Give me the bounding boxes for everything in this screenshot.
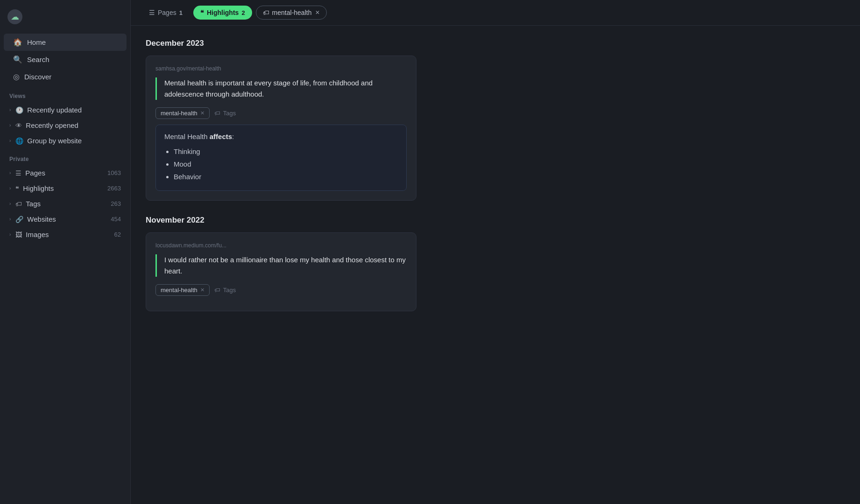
chevron-tags: › [9,201,11,206]
tag-chip-close-2[interactable]: ✕ [200,287,204,293]
add-tag-button-2[interactable]: 🏷 Tags [214,287,236,294]
note-list-1: Thinking Mood Behavior [164,145,398,183]
chevron-recently-updated: › [9,107,11,112]
tag-chip-label-1: mental-health [161,110,197,117]
pages-tab-count: 1 [179,9,183,16]
tag-chip-mental-health-1[interactable]: mental-health ✕ [155,107,210,119]
sidebar-item-group-by-website[interactable]: › 🌐 Group by website [0,133,130,148]
recently-updated-label: Recently updated [27,106,82,114]
pages-tab-label: Pages [158,9,176,16]
nav-discover[interactable]: ◎ Discover [4,68,127,85]
pages-icon: ☰ [15,169,21,177]
add-tag-button-1[interactable]: 🏷 Tags [214,110,236,117]
discover-icon: ◎ [13,72,20,81]
highlights-tab-label: Highlights [207,9,239,16]
websites-icon: 🔗 [15,216,23,223]
images-label: Images [26,231,49,238]
sidebar-item-tags[interactable]: › 🏷 Tags 263 [0,196,130,211]
chevron-group-by-website: › [9,138,11,143]
card-url-2: locusdawn.medium.com/fu... [155,242,407,249]
highlight-card-2: locusdawn.medium.com/fu... I would rathe… [146,232,416,311]
tab-pages[interactable]: ☰ Pages 1 [142,6,190,20]
highlights-tab-icon: ❝ [200,9,204,16]
add-tag-icon-1: 🏷 [214,110,220,117]
tags-count: 263 [111,200,121,207]
pages-tab-icon: ☰ [149,9,155,16]
chevron-images: › [9,232,11,237]
pages-label: Pages [25,169,45,177]
add-tag-label-1: Tags [223,110,236,117]
group-by-website-label: Group by website [27,137,82,145]
images-count: 62 [114,231,121,238]
sidebar-item-recently-updated[interactable]: › 🕐 Recently updated [0,102,130,118]
tags-label: Tags [26,200,41,208]
card-tags-2: mental-health ✕ 🏷 Tags [155,284,407,296]
card-url-1: samhsa.gov/mental-health [155,65,407,72]
nav-search[interactable]: 🔍 Search [4,51,127,68]
sidebar-item-highlights[interactable]: › ❝ Highlights 2663 [0,181,130,196]
highlight-quote-1: Mental health is important at every stag… [155,77,407,100]
app-logo: ☁ [7,9,22,24]
tags-icon: 🏷 [15,200,22,208]
tab-highlights[interactable]: ❝ Highlights 2 [193,6,252,20]
tag-chip-close-1[interactable]: ✕ [200,110,204,116]
sidebar-item-pages[interactable]: › ☰ Pages 1063 [0,165,130,181]
nav-discover-label: Discover [24,73,51,81]
recently-opened-icon: 👁 [15,122,22,129]
section-date-1: December 2023 [146,39,845,48]
card-tags-1: mental-health ✕ 🏷 Tags [155,107,407,119]
websites-count: 454 [111,216,121,223]
highlights-tab-count: 2 [241,9,245,16]
websites-label: Websites [27,215,56,223]
chevron-websites: › [9,217,11,222]
note-box-1: Mental Health affects: Thinking Mood Beh… [155,125,407,191]
tag-filter-icon: 🏷 [263,9,269,16]
add-tag-label-2: Tags [223,287,236,294]
chevron-pages: › [9,170,11,175]
add-tag-icon-2: 🏷 [214,287,220,294]
highlight-quote-2: I would rather not be a millionaire than… [155,254,407,277]
section-november-2022: November 2022 locusdawn.medium.com/fu...… [146,216,845,311]
nav-home-label: Home [27,38,46,46]
views-section-label: Views [0,85,130,102]
highlights-count: 2663 [107,185,121,192]
recently-opened-label: Recently opened [26,121,78,129]
search-icon: 🔍 [13,55,22,64]
highlights-content: December 2023 samhsa.gov/mental-health M… [131,26,860,504]
section-december-2023: December 2023 samhsa.gov/mental-health M… [146,39,845,201]
active-tag-filter[interactable]: 🏷 mental-health ✕ [256,6,327,20]
nav-home[interactable]: 🏠 Home [4,34,127,51]
tab-bar: ☰ Pages 1 ❝ Highlights 2 🏷 mental-health… [131,0,860,26]
sidebar-item-images[interactable]: › 🖼 Images 62 [0,227,130,242]
sidebar: ☁ 🏠 Home 🔍 Search ◎ Discover Views › 🕐 R… [0,0,131,504]
group-by-website-icon: 🌐 [15,137,23,145]
logo-area: ☁ [0,6,130,34]
home-icon: 🏠 [13,38,22,47]
tag-filter-label: mental-health [272,9,312,16]
recently-updated-icon: 🕐 [15,106,23,114]
highlights-label: Highlights [23,184,54,192]
pages-count: 1063 [107,169,121,176]
images-icon: 🖼 [15,231,22,238]
private-section-label: Private [0,148,130,165]
note-box-title-1: Mental Health affects: [164,133,398,140]
nav-search-label: Search [27,56,49,63]
note-item-thinking: Thinking [174,145,398,158]
main-content: ☰ Pages 1 ❝ Highlights 2 🏷 mental-health… [131,0,860,504]
chevron-highlights: › [9,186,11,191]
note-item-behavior: Behavior [174,170,398,183]
chevron-recently-opened: › [9,123,11,128]
highlights-icon: ❝ [15,185,19,192]
section-date-2: November 2022 [146,216,845,225]
sidebar-item-websites[interactable]: › 🔗 Websites 454 [0,211,130,227]
tag-chip-label-2: mental-health [161,287,197,294]
highlight-card-1: samhsa.gov/mental-health Mental health i… [146,56,416,201]
sidebar-item-recently-opened[interactable]: › 👁 Recently opened [0,118,130,133]
tag-filter-close[interactable]: ✕ [315,9,320,16]
note-item-mood: Mood [174,158,398,170]
tag-chip-mental-health-2[interactable]: mental-health ✕ [155,284,210,296]
